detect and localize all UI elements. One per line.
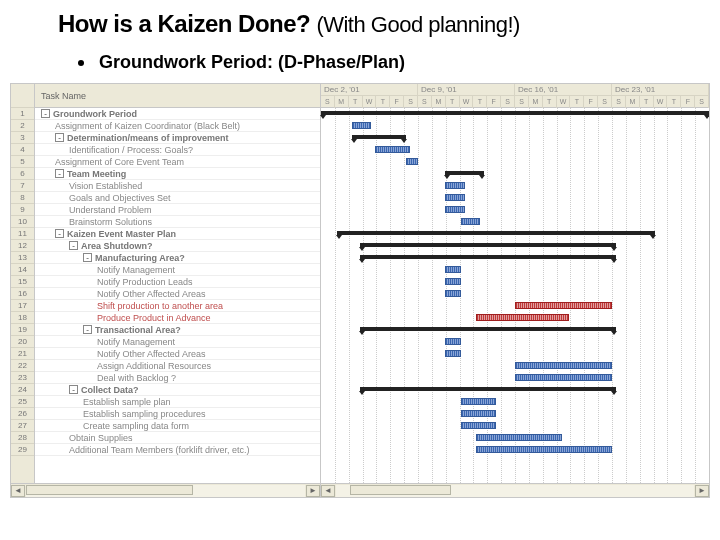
summary-bar[interactable]: [352, 135, 406, 139]
bullet-text: Groundwork Period: (D-Phase/Plan): [99, 52, 405, 72]
summary-bar[interactable]: [360, 387, 616, 391]
task-row[interactable]: -Team Meeting: [35, 168, 320, 180]
row-number: 11: [11, 228, 34, 240]
summary-bar[interactable]: [445, 171, 484, 175]
summary-bar[interactable]: [360, 255, 616, 259]
task-row[interactable]: Notify Production Leads: [35, 276, 320, 288]
task-bar[interactable]: [461, 422, 496, 429]
scroll-left-icon[interactable]: ◄: [321, 485, 335, 497]
outline-toggle-icon[interactable]: -: [55, 229, 64, 238]
summary-bar[interactable]: [360, 327, 616, 331]
task-row[interactable]: Identification / Process: Goals?: [35, 144, 320, 156]
task-row[interactable]: Notify Other Affected Areas: [35, 288, 320, 300]
task-bar[interactable]: [476, 434, 561, 441]
task-label: Team Meeting: [67, 169, 126, 179]
scroll-right-icon[interactable]: ►: [306, 485, 320, 497]
task-row[interactable]: Deal with Backlog ?: [35, 372, 320, 384]
row-number: 17: [11, 300, 34, 312]
task-row[interactable]: Goals and Objectives Set: [35, 192, 320, 204]
gantt-row: [321, 252, 709, 264]
task-row[interactable]: Produce Product in Advance: [35, 312, 320, 324]
gantt-row: [321, 408, 709, 420]
task-bar[interactable]: [445, 194, 464, 201]
day-header: M: [432, 96, 446, 108]
row-number: 29: [11, 444, 34, 456]
task-label: Groundwork Period: [53, 109, 137, 119]
outline-toggle-icon[interactable]: -: [83, 253, 92, 262]
task-row[interactable]: Create sampling data form: [35, 420, 320, 432]
task-bar[interactable]: [476, 446, 612, 453]
task-row[interactable]: -Groundwork Period: [35, 108, 320, 120]
outline-toggle-icon[interactable]: -: [69, 241, 78, 250]
task-row[interactable]: Notify Management: [35, 336, 320, 348]
task-row[interactable]: -Manufacturing Area?: [35, 252, 320, 264]
task-bar[interactable]: [515, 374, 612, 381]
scroll-track[interactable]: [336, 485, 694, 497]
task-row[interactable]: -Kaizen Event Master Plan: [35, 228, 320, 240]
gantt-row: [321, 312, 709, 324]
outline-toggle-icon[interactable]: -: [69, 385, 78, 394]
summary-bar[interactable]: [337, 231, 655, 235]
task-row[interactable]: Understand Problem: [35, 204, 320, 216]
scroll-track[interactable]: [26, 485, 305, 497]
day-header: S: [404, 96, 418, 108]
scroll-right-icon[interactable]: ►: [695, 485, 709, 497]
task-bar[interactable]: [445, 350, 461, 357]
task-row[interactable]: Additional Team Members (forklift driver…: [35, 444, 320, 456]
task-label: Assign Additional Resources: [97, 361, 211, 371]
task-row[interactable]: Assignment of Core Event Team: [35, 156, 320, 168]
task-row[interactable]: -Collect Data?: [35, 384, 320, 396]
outline-toggle-icon[interactable]: -: [83, 325, 92, 334]
outline-toggle-icon[interactable]: -: [41, 109, 50, 118]
scroll-left-icon[interactable]: ◄: [11, 485, 25, 497]
timeline-header: Dec 2, '01Dec 9, '01Dec 16, '01Dec 23, '…: [321, 84, 709, 108]
day-header: S: [598, 96, 612, 108]
task-label: Notify Management: [97, 337, 175, 347]
task-bar[interactable]: [375, 146, 410, 153]
task-bar[interactable]: [445, 206, 464, 213]
task-row[interactable]: Establish sampling procedures: [35, 408, 320, 420]
row-number: 22: [11, 360, 34, 372]
outline-toggle-icon[interactable]: -: [55, 169, 64, 178]
summary-bar[interactable]: [360, 243, 616, 247]
row-number: 26: [11, 408, 34, 420]
task-row[interactable]: Assign Additional Resources: [35, 360, 320, 372]
task-row[interactable]: -Transactional Area?: [35, 324, 320, 336]
task-row[interactable]: Notify Management: [35, 264, 320, 276]
scroll-thumb[interactable]: [350, 485, 450, 495]
task-row[interactable]: Brainstorm Solutions: [35, 216, 320, 228]
task-label: Kaizen Event Master Plan: [67, 229, 176, 239]
task-bar[interactable]: [445, 266, 461, 273]
task-bar[interactable]: [461, 398, 496, 405]
task-scrollbar-horizontal[interactable]: ◄ ►: [11, 483, 321, 497]
outline-toggle-icon[interactable]: -: [55, 133, 64, 142]
task-row[interactable]: Establish sample plan: [35, 396, 320, 408]
slide-title-sub: (With Good planning!): [316, 12, 520, 37]
task-row[interactable]: Assignment of Kaizen Coordinator (Black …: [35, 120, 320, 132]
task-row[interactable]: Notify Other Affected Areas: [35, 348, 320, 360]
task-bar[interactable]: [515, 302, 612, 309]
task-bar[interactable]: [445, 290, 461, 297]
task-label: Additional Team Members (forklift driver…: [69, 445, 249, 455]
task-row[interactable]: Shift production to another area: [35, 300, 320, 312]
task-bar[interactable]: [445, 338, 461, 345]
task-row[interactable]: Obtain Supplies: [35, 432, 320, 444]
task-bar[interactable]: [445, 278, 461, 285]
day-header: W: [654, 96, 668, 108]
task-row[interactable]: -Area Shutdown?: [35, 240, 320, 252]
task-bar[interactable]: [461, 410, 496, 417]
task-bar[interactable]: [445, 182, 464, 189]
task-row[interactable]: Vision Established: [35, 180, 320, 192]
task-bar[interactable]: [352, 122, 371, 129]
scroll-thumb[interactable]: [26, 485, 193, 495]
task-bar[interactable]: [515, 362, 612, 369]
task-row[interactable]: -Determination/means of improvement: [35, 132, 320, 144]
task-bar[interactable]: [461, 218, 480, 225]
summary-bar[interactable]: [321, 111, 709, 115]
task-bar[interactable]: [406, 158, 418, 165]
gantt-row: [321, 204, 709, 216]
task-bar[interactable]: [476, 314, 569, 321]
task-label: Shift production to another area: [97, 301, 223, 311]
timeline-scrollbar-horizontal[interactable]: ◄ ►: [321, 483, 709, 497]
bullet-line: Groundwork Period: (D-Phase/Plan): [0, 44, 720, 83]
